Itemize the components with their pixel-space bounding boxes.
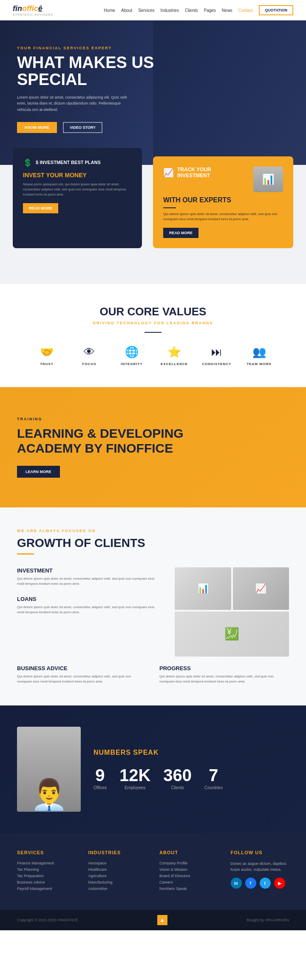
footer-about: ABOUT Company Profile Vision & Mission B… — [159, 850, 218, 893]
copyright-text: Copyright © 2021-2022 FINOFFICE — [17, 918, 78, 922]
invest-heading: INVEST YOUR MONEY — [23, 172, 132, 178]
consistency-label: CONSISTENCY — [200, 362, 234, 366]
nav-links: Home About Services Industries Clients P… — [104, 5, 293, 15]
nav-industries[interactable]: Industries — [161, 8, 179, 13]
stat-clients-label: Clients — [163, 785, 192, 790]
values-grid: 🤝 TRUST 👁 FOCUS 🌐 INTEGRITY ⭐ EXCELLENCE… — [13, 346, 293, 366]
excellence-label: EXCELLENCE — [157, 362, 191, 366]
growth-heading: GROWTH OF CLIENTS — [17, 536, 289, 550]
footer-service-4[interactable]: Business Advice — [17, 880, 76, 884]
footer-industry-3[interactable]: Agriculture — [88, 874, 147, 878]
footer-about-5[interactable]: Numbers Speak — [159, 887, 218, 891]
integrity-label: INTEGRITY — [115, 362, 149, 366]
consistency-icon: ⏭ — [200, 346, 234, 359]
nav-contact[interactable]: Contact — [238, 8, 253, 13]
track-read-more-button[interactable]: READ MORE — [163, 228, 198, 238]
navbar: finofficê STRATEGIC ADVISORS Home About … — [0, 0, 306, 20]
nav-about[interactable]: About — [121, 8, 132, 13]
footer-follow-heading: FOLLOW US — [231, 850, 289, 855]
footer-service-5[interactable]: Payroll Management — [17, 887, 76, 891]
nav-pages[interactable]: Pages — [204, 8, 215, 13]
growth-progress-text: Qui dolore ipsum quis dolor sit amet, co… — [159, 674, 289, 684]
value-focus: 👁 FOCUS — [72, 346, 106, 366]
stat-offices-value: 9 — [94, 767, 107, 784]
growth-investment-title: INVESTMENT — [17, 567, 162, 574]
integrity-icon: 🌐 — [115, 346, 149, 359]
credit-text: Bought by ORA-DRIVEN — [246, 918, 289, 922]
footer-bottom: Copyright © 2021-2022 FINOFFICE ▲ Bought… — [0, 910, 306, 930]
stat-employees-label: Employees — [119, 785, 150, 790]
value-excellence: ⭐ EXCELLENCE — [157, 346, 191, 366]
card-investment-tag: $ INVESTMENT BEST PLANS — [36, 160, 101, 165]
quotation-button[interactable]: QUOTATION — [259, 5, 293, 15]
stat-clients: 360 Clients — [163, 767, 192, 790]
stat-countries-label: Countries — [204, 785, 223, 790]
footer-industry-2[interactable]: Healthcare — [88, 867, 147, 872]
nav-services[interactable]: Services — [138, 8, 154, 13]
numbers-title: NUMBERS SPEAK — [94, 749, 289, 756]
value-teamwork: 👥 TEAM WORK — [242, 346, 276, 366]
footer-service-3[interactable]: Tax Preparation — [17, 874, 76, 878]
hero-buttons: KNOW MORE VIDEO STORY — [17, 122, 289, 133]
numbers-section: 👨‍💼 NUMBERS SPEAK 9 Offices 12K Employee… — [0, 705, 306, 833]
growth-tag: WE ARE ALWAYS FOCUSED ON — [17, 529, 289, 533]
growth-business-title: BUSINESS ADVICE — [17, 665, 147, 671]
footer-about-1[interactable]: Company Profile — [159, 861, 218, 865]
chart-icon: 📈 — [163, 167, 174, 178]
growth-item-loans: LOANS Qui dolore ipsum quis dolor sit am… — [17, 596, 162, 615]
core-values-heading: OUR CORE VALUES — [13, 305, 293, 318]
footer-follow-description: Donec ac augue dictum, dapibus turpis au… — [231, 861, 289, 872]
footer-industry-1[interactable]: Aerospace — [88, 861, 147, 865]
focus-label: FOCUS — [72, 362, 106, 366]
excellence-icon: ⭐ — [157, 346, 191, 359]
youtube-icon[interactable]: ▶ — [274, 878, 285, 889]
hero-section: YOUR FINANCIAL SERVICES EXPERT WHAT MAKE… — [0, 20, 306, 165]
growth-investment-text: Qui dolore ipsum quis dolor sit amet, co… — [17, 576, 162, 586]
dollar-icon: 💲 — [23, 158, 32, 167]
nav-news[interactable]: News — [222, 8, 232, 13]
learn-more-button[interactable]: LEARN MORE — [17, 466, 60, 478]
footer-about-3[interactable]: Board of Directors — [159, 874, 218, 878]
growth-item-progress: PROGRESS Qui dolore ipsum quis dolor sit… — [159, 665, 289, 684]
hero-description: Lorem ipsum dolor sit amet, consectetur … — [17, 94, 132, 113]
track-card: 📈 TRACK YOUR INVESTMENT 📊 WITH OUR EXPER… — [153, 156, 293, 248]
footer-about-2[interactable]: Vision & Mission — [159, 867, 218, 872]
footer-services-heading: SERVICES — [17, 850, 76, 855]
nav-home[interactable]: Home — [104, 8, 115, 13]
training-heading: LEARNING & DEVELOPING ACADEMY BY FINOFFI… — [17, 426, 289, 456]
footer-service-1[interactable]: Finance Management — [17, 861, 76, 865]
hero-cards-section: 💲 $ INVESTMENT BEST PLANS INVEST YOUR MO… — [0, 165, 306, 284]
footer-about-heading: ABOUT — [159, 850, 218, 855]
linkedin-icon[interactable]: in — [231, 878, 242, 889]
scroll-to-top-button[interactable]: ▲ — [157, 915, 167, 925]
investment-card: 💲 $ INVESTMENT BEST PLANS INVEST YOUR MO… — [13, 148, 142, 248]
facebook-icon[interactable]: f — [245, 878, 256, 889]
footer-industry-5[interactable]: Automotive — [88, 887, 147, 891]
footer-industries: INDUSTRIES Aerospace Healthcare Agricult… — [88, 850, 147, 893]
nav-clients[interactable]: Clients — [185, 8, 198, 13]
twitter-icon[interactable]: t — [260, 878, 271, 889]
know-more-button[interactable]: KNOW MORE — [17, 122, 57, 133]
footer-follow: FOLLOW US Donec ac augue dictum, dapibus… — [231, 850, 289, 893]
growth-item-investment: INVESTMENT Qui dolore ipsum quis dolor s… — [17, 567, 162, 586]
stat-countries-value: 7 — [204, 767, 223, 784]
footer-industry-4[interactable]: Manufacturing — [88, 880, 147, 884]
stat-employees-value: 12K — [119, 767, 150, 784]
hero-heading: WHAT MAKES USSPECIAL — [17, 54, 289, 88]
growth-loans-title: LOANS — [17, 596, 162, 602]
track-tag2: INVESTMENT — [177, 173, 211, 178]
footer-service-2[interactable]: Tax Planning — [17, 867, 76, 872]
stat-offices: 9 Offices — [94, 767, 107, 790]
growth-loans-text: Qui dolore ipsum quis dolor sit amet, co… — [17, 605, 162, 615]
footer-about-4[interactable]: Careers — [159, 880, 218, 884]
invest-read-more-button[interactable]: READ MORE — [23, 203, 58, 213]
video-story-button[interactable]: VIDEO STORY — [63, 122, 102, 133]
value-integrity: 🌐 INTEGRITY — [115, 346, 149, 366]
growth-section: WE ARE ALWAYS FOCUSED ON GROWTH OF CLIEN… — [0, 507, 306, 705]
stat-clients-value: 360 — [163, 767, 192, 784]
track-tag: TRACK YOUR — [177, 167, 211, 173]
growth-image: 📊 📈 💹 — [175, 567, 289, 657]
core-values-section: OUR CORE VALUES DRIVING TECHNOLOGY FOR L… — [0, 284, 306, 387]
growth-item-business: BUSINESS ADVICE Qui dolore ipsum quis do… — [17, 665, 147, 684]
footer: SERVICES Finance Management Tax Planning… — [0, 833, 306, 910]
